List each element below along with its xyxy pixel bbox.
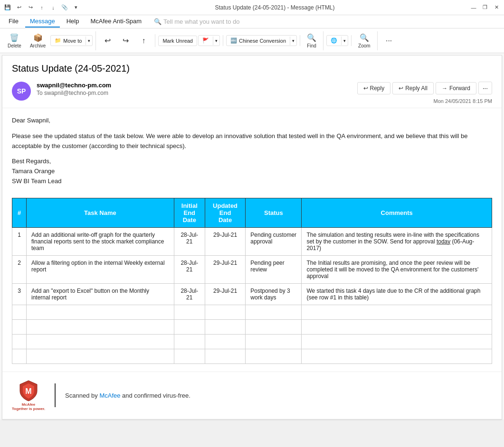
cell-updated-date: 29-Jul-21 — [205, 227, 246, 255]
ribbon-nav-group: ↩ ↪ ↑ — [99, 34, 155, 47]
search-box[interactable]: 🔍 Tell me what you want to do — [154, 18, 239, 25]
cell-comments: We started this task 4 days late due to … — [302, 283, 492, 305]
menu-help[interactable]: Help — [62, 16, 84, 28]
delete-button[interactable]: 🗑️ Delete — [4, 31, 25, 50]
table-row: 3Add an "export to Excel" button on the … — [12, 283, 492, 305]
zoom-label: Zoom — [358, 43, 371, 48]
email-addresses: swapnil@techno-pm.com To swapnil@techno-… — [37, 82, 111, 96]
ribbon-delete-group: 🗑️ Delete 📦 Archive 📁 Move to ▾ — [4, 31, 96, 50]
translate-dropdown-arrow[interactable]: ▾ — [341, 37, 348, 45]
redo-icon[interactable]: ↪ — [27, 4, 34, 11]
reply-all-label: Reply All — [405, 85, 428, 92]
restore-button[interactable]: ❐ — [481, 4, 489, 11]
cell-updated-date: 29-Jul-21 — [205, 283, 246, 305]
empty-cell — [27, 305, 174, 319]
move-button[interactable]: 📁 Move to — [51, 36, 86, 46]
mcafee-link[interactable]: McAfee — [99, 392, 120, 399]
menu-message[interactable]: Message — [25, 16, 60, 28]
cell-updated-date: 29-Jul-21 — [205, 255, 246, 283]
chinese-conversion-button[interactable]: 🔤 Chinese Conversion — [227, 36, 290, 46]
clip-icon[interactable]: 📎 — [61, 4, 68, 11]
zoom-button[interactable]: 🔍 Zoom — [354, 31, 374, 50]
empty-cell — [302, 319, 492, 334]
to-address: swapnil@techno-pm.com — [44, 90, 108, 96]
undo-button[interactable]: ↩ — [99, 34, 116, 47]
move-dropdown-arrow[interactable]: ▾ — [86, 37, 92, 45]
ribbon-mark-group: Mark Unread 🚩 ▾ — [158, 35, 223, 46]
save-icon[interactable]: 💾 — [4, 4, 11, 11]
menu-mcafee[interactable]: McAfee Anti-Spam — [86, 16, 146, 28]
task-table: # Task Name InitialEnd Date Updated EndD… — [12, 198, 492, 364]
down-icon[interactable]: ↓ — [49, 4, 57, 11]
flag-dropdown-arrow[interactable]: ▾ — [213, 37, 219, 45]
undo-icon[interactable]: ↩ — [15, 4, 23, 11]
flag-icon: 🚩 — [202, 37, 209, 44]
up-button[interactable]: ↑ — [135, 35, 152, 47]
reply-all-button[interactable]: ↩ Reply All — [392, 82, 434, 94]
ribbon-find-group: 🔍 Find — [303, 31, 323, 50]
empty-cell — [302, 334, 492, 349]
translate-button[interactable]: 🌐 — [327, 36, 341, 46]
minimize-button[interactable]: — — [470, 4, 477, 11]
cell-initial-date: 28-Jul-21 — [174, 283, 205, 305]
empty-cell — [246, 305, 302, 319]
drop-icon[interactable]: ▾ — [72, 4, 80, 11]
find-icon: 🔍 — [307, 33, 316, 42]
cell-comments: The simulation and testing results were … — [302, 227, 492, 255]
table-empty-row — [12, 334, 492, 349]
undo-ribbon-icon: ↩ — [105, 36, 111, 45]
cell-task: Allow a filtering option in the internal… — [27, 255, 174, 283]
empty-cell — [27, 319, 174, 334]
more-button[interactable]: ··· — [380, 35, 398, 47]
redo-button[interactable]: ↪ — [117, 34, 134, 47]
flag-button[interactable]: 🚩 — [199, 36, 213, 46]
up-icon[interactable]: ↑ — [38, 4, 46, 11]
mcafee-tagline: McAfeeTogether is power. — [12, 402, 45, 411]
zoom-icon: 🔍 — [360, 33, 369, 42]
scan-prefix: Scanned by — [65, 392, 99, 399]
chinese-conversion-dropdown[interactable]: 🔤 Chinese Conversion ▾ — [226, 35, 297, 46]
table-header-task: Task Name — [27, 198, 174, 227]
menu-file[interactable]: File — [4, 16, 23, 28]
close-button[interactable]: ✕ — [493, 4, 500, 11]
empty-cell — [174, 334, 205, 349]
mark-unread-dropdown[interactable]: Mark Unread — [158, 36, 197, 46]
move-dropdown[interactable]: 📁 Move to ▾ — [50, 35, 93, 46]
cell-num: 1 — [12, 227, 27, 255]
table-empty-row — [12, 305, 492, 319]
redo-ribbon-icon: ↪ — [123, 36, 129, 45]
reply-button[interactable]: ↩ Reply — [357, 82, 391, 94]
archive-label: Archive — [30, 43, 46, 48]
table-row: 1Add an additional write-off graph for t… — [12, 227, 492, 255]
mark-unread-button[interactable]: Mark Unread — [159, 36, 197, 46]
ribbon-zoom-group: 🔍 Zoom — [354, 31, 378, 50]
archive-button[interactable]: 📦 Archive — [26, 31, 49, 50]
sender-title: SW BI Team Lead — [12, 177, 492, 186]
chinese-conversion-arrow[interactable]: ▾ — [290, 37, 296, 45]
svg-text:M: M — [25, 387, 31, 395]
empty-cell — [12, 349, 27, 363]
sender-name: Tamara Orange — [12, 167, 492, 177]
cell-status: Pending customer approval — [246, 227, 302, 255]
regards: Best Regards, — [12, 157, 492, 167]
reply-all-icon: ↩ — [399, 85, 403, 92]
ribbon: 🗑️ Delete 📦 Archive 📁 Move to ▾ ↩ ↪ — [0, 28, 504, 53]
empty-cell — [246, 349, 302, 363]
flag-dropdown[interactable]: 🚩 ▾ — [198, 35, 220, 46]
empty-cell — [12, 334, 27, 349]
more-actions-button[interactable]: ··· — [478, 82, 492, 94]
translate-dropdown[interactable]: 🌐 ▾ — [326, 35, 348, 46]
greeting: Dear Swapnil, — [12, 116, 492, 126]
archive-icon: 📦 — [33, 33, 43, 42]
forward-icon: → — [442, 85, 447, 92]
find-button[interactable]: 🔍 Find — [303, 31, 320, 50]
today-underline: today — [437, 238, 450, 245]
reply-label: Reply — [370, 85, 385, 92]
search-icon: 🔍 — [154, 18, 162, 25]
email-actions: ↩ Reply ↩ Reply All → Forward ··· — [357, 82, 493, 94]
forward-label: Forward — [449, 85, 470, 92]
menu-bar: File Message Help McAfee Anti-Spam 🔍 Tel… — [0, 15, 504, 28]
ribbon-translate-group: 🌐 ▾ — [326, 35, 352, 46]
table-header-comments: Comments — [302, 198, 492, 227]
forward-button[interactable]: → Forward — [436, 82, 476, 94]
